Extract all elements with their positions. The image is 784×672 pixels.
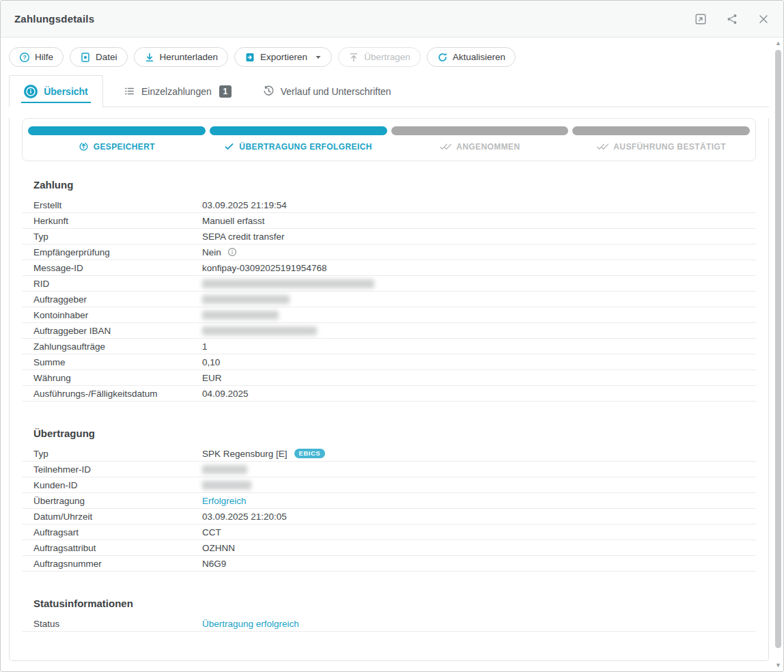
- row-value-text: CCT: [202, 527, 221, 537]
- aktualisieren-button[interactable]: Aktualisieren: [427, 47, 516, 67]
- detail-row: AuftragsnummerN6G9: [22, 556, 756, 572]
- vertical-scrollbar[interactable]: ▲ ▼: [774, 39, 783, 670]
- scrollbar-thumb[interactable]: [775, 50, 781, 648]
- section: StatusinformationenStatusÜbertragung erf…: [22, 598, 756, 632]
- row-label: Kontoinhaber: [22, 310, 202, 320]
- detail-row: Zahlungsaufträge1: [22, 339, 756, 354]
- hilfe-button[interactable]: ?Hilfe: [9, 47, 64, 67]
- button-label: Herunterladen: [160, 52, 219, 62]
- row-value: Manuell erfasst: [202, 216, 756, 226]
- uebertragen-button[interactable]: Übertragen: [338, 47, 421, 67]
- row-value: Übertragung erfolgreich: [202, 619, 756, 629]
- toolbar: ?HilfeDateiHerunterladenExportierenÜbert…: [9, 47, 775, 67]
- tab-verlauf[interactable]: Verlauf und Unterschriften: [252, 75, 402, 107]
- ebics-badge: EBICS: [294, 449, 326, 459]
- status-steps: GESPEICHERTÜBERTRAGUNG ERFOLGREICHANGENO…: [26, 126, 752, 152]
- detail-row: ÜbertragungErfolgreich: [22, 493, 756, 509]
- row-value-text: konfipay-03092025191954768: [202, 263, 326, 273]
- row-label: Übertragung: [22, 496, 202, 506]
- row-value-text: Manuell erfasst: [202, 216, 265, 226]
- redacted-value: [202, 279, 374, 288]
- share-icon[interactable]: [726, 13, 738, 25]
- close-icon[interactable]: [757, 13, 770, 25]
- detail-row: Auftraggeber: [22, 292, 756, 307]
- tab-count-badge: 1: [219, 85, 232, 98]
- detail-row: Summe0,10: [22, 354, 756, 370]
- window-controls: [695, 13, 770, 25]
- progress-step-label: ÜBERTRAGUNG ERFOLGREICH: [239, 142, 372, 152]
- row-value: Nein: [202, 247, 756, 257]
- tab-uebersicht[interactable]: Übersicht: [9, 75, 103, 107]
- row-value-text: N6G9: [202, 559, 226, 569]
- tab-einzelzahlungen[interactable]: Einzelzahlungen1: [113, 75, 242, 107]
- row-label: Herkunft: [22, 216, 202, 226]
- row-label: Teilnehmer-ID: [22, 464, 202, 475]
- row-value: SEPA credit transfer: [202, 232, 756, 242]
- row-value-text: Nein: [202, 247, 221, 257]
- progress-step: GESPEICHERT: [26, 126, 208, 152]
- row-value: OZHNN: [202, 543, 756, 553]
- progress-step-bar: [28, 126, 206, 135]
- progress-step-label-row: AUSFÜHRUNG BESTÄTIGT: [572, 141, 750, 152]
- row-value: [202, 481, 756, 490]
- herunterladen-button[interactable]: Herunterladen: [134, 47, 229, 67]
- button-label: Übertragen: [364, 52, 410, 62]
- progress-step-label-row: GESPEICHERT: [28, 141, 206, 152]
- svg-text:?: ?: [23, 54, 26, 61]
- redacted-value: [202, 311, 279, 320]
- info-icon[interactable]: [227, 247, 237, 257]
- row-label: Erstellt: [22, 200, 202, 210]
- row-value: 1: [202, 341, 756, 352]
- button-label: Aktualisieren: [453, 52, 505, 62]
- tab-label: Verlauf und Unterschriften: [281, 86, 391, 97]
- detail-row: Datum/Uhrzeit03.09.2025 21:20:05: [22, 509, 756, 524]
- row-value: SPK Regensburg [E]EBICS: [202, 449, 756, 459]
- row-value-text: 1: [202, 341, 208, 352]
- progress-step-label-row: ANGENOMMEN: [391, 141, 569, 152]
- row-label: Ausführungs-/Fälligkeitsdatum: [22, 389, 202, 399]
- download-icon: [144, 52, 155, 63]
- exportieren-button[interactable]: Exportieren: [234, 47, 332, 67]
- progress-step-bar: [572, 126, 750, 135]
- caret-down-icon: [315, 54, 322, 61]
- detail-row: Auftraggeber IBAN: [22, 323, 756, 339]
- row-label: Kunden-ID: [22, 480, 202, 490]
- status-progress-box: GESPEICHERTÜBERTRAGUNG ERFOLGREICHANGENO…: [22, 118, 756, 161]
- row-value-text: Erfolgreich: [202, 496, 247, 506]
- row-value-text: 0,10: [202, 357, 220, 367]
- page-title: Zahlungsdetails: [14, 13, 94, 25]
- section-title: Zahlung: [22, 179, 756, 191]
- popout-icon[interactable]: [695, 13, 707, 25]
- row-value-text: SEPA credit transfer: [202, 232, 285, 242]
- detail-row: WährungEUR: [22, 370, 756, 386]
- progress-step-label: ANGENOMMEN: [456, 142, 520, 152]
- upload-icon: [348, 52, 359, 63]
- row-value-text: 03.09.2025 21:19:54: [202, 200, 287, 210]
- row-value: 03.09.2025 21:19:54: [202, 200, 756, 210]
- row-value: [202, 311, 756, 320]
- row-label: Auftragsnummer: [22, 559, 202, 569]
- row-value: N6G9: [202, 559, 756, 569]
- scroll-down-arrow[interactable]: ▼: [774, 661, 783, 670]
- datei-button[interactable]: Datei: [70, 47, 128, 67]
- tab-label: Übersicht: [44, 86, 88, 97]
- progress-step-label: AUSFÜHRUNG BESTÄTIGT: [613, 142, 726, 152]
- row-label: Typ: [22, 449, 202, 459]
- redacted-value: [202, 481, 251, 490]
- row-label: Auftragsattribut: [22, 543, 202, 553]
- row-label: Empfängerprüfung: [22, 247, 202, 257]
- button-label: Exportieren: [260, 52, 307, 62]
- row-label: Status: [22, 619, 202, 629]
- detail-row: EmpfängerprüfungNein: [22, 244, 756, 260]
- row-label: Typ: [22, 232, 202, 242]
- scroll-up-arrow[interactable]: ▲: [774, 39, 783, 48]
- progress-step: ÜBERTRAGUNG ERFOLGREICH: [208, 126, 389, 152]
- detail-row: AuftragsattributOZHNN: [22, 540, 756, 556]
- row-value-text: 04.09.2025: [202, 389, 249, 399]
- section-title: Statusinformationen: [22, 598, 756, 609]
- detail-row: Kunden-ID: [22, 477, 756, 493]
- tab-content-panel: GESPEICHERTÜBERTRAGUNG ERFOLGREICHANGENO…: [9, 118, 769, 661]
- section: ZahlungErstellt03.09.2025 21:19:54Herkun…: [22, 179, 756, 402]
- row-value: CCT: [202, 527, 756, 537]
- info-circle-icon: [24, 85, 38, 98]
